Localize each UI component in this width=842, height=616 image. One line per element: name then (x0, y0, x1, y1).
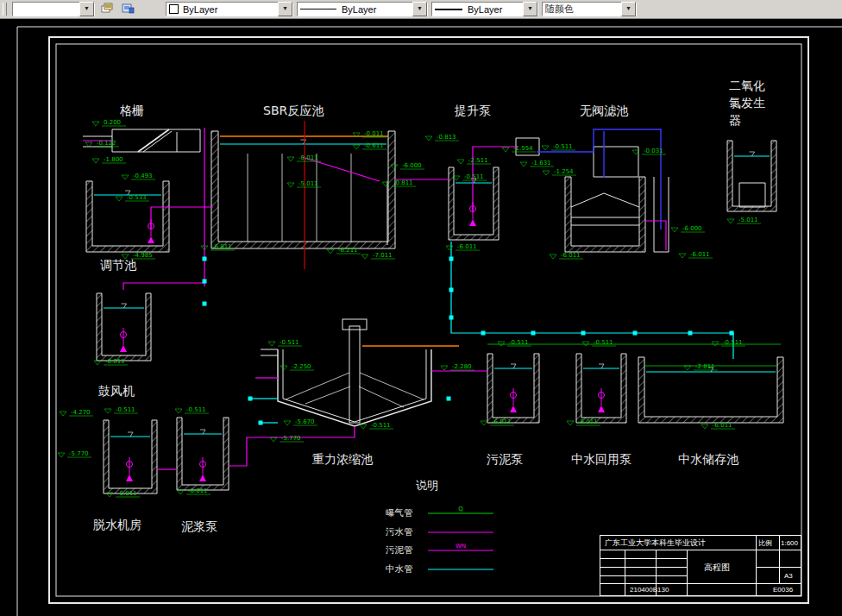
elevation-marker (122, 175, 129, 179)
title-block-drawing-no: E0036 (773, 587, 793, 594)
legend-line-marker: WN (456, 543, 466, 550)
thickener-column (349, 326, 360, 423)
elevation-annotation: -0.511 (594, 339, 613, 346)
linetype-combo[interactable]: ByLayer ▼ (297, 2, 428, 16)
elevation-annotation: -0.511 (371, 422, 391, 429)
process-label: 泥浆泵 (181, 519, 217, 533)
elevation-annotation: -5.770 (281, 435, 301, 442)
elevation-marker (116, 197, 123, 201)
elevation-annotation: -5.670 (295, 418, 315, 425)
process-label: 提升泵 (454, 104, 491, 117)
detail-line (571, 193, 639, 207)
elevation-marker (441, 366, 448, 370)
elevation-marker (684, 366, 691, 370)
elevation-marker (542, 146, 549, 150)
color-combo-value: ByLayer (183, 4, 217, 15)
process-label: 器 (729, 113, 741, 127)
elevation-annotation: -4.270 (71, 409, 91, 416)
dewatering-tank-water-marker (128, 432, 133, 437)
elevation-marker (360, 424, 367, 429)
elevation-marker (268, 342, 275, 346)
pump-symbol (126, 475, 133, 481)
thickener-drive (342, 319, 367, 330)
slurry-pump-tank-water-marker (200, 430, 205, 434)
elevation-annotation: -6.000 (402, 162, 422, 169)
elevation-annotation: -6.011 (578, 418, 598, 425)
elevation-annotation: -1.554 (513, 145, 533, 152)
title-block-scale-label: 比例 (758, 540, 772, 547)
linetype-combo-value: ByLayer (342, 4, 376, 15)
lineweight-combo[interactable]: ByLayer ▼ (431, 2, 538, 16)
elevation-marker (92, 159, 99, 163)
elevation-annotation: -6.011 (117, 490, 137, 497)
chevron-down-icon[interactable]: ▼ (523, 2, 537, 16)
elevation-annotation: -6.011 (457, 243, 477, 250)
elevation-marker (60, 412, 66, 416)
elevation-annotation: -0.511 (280, 339, 299, 346)
elevation-annotation: -2.811 (695, 363, 715, 370)
elevation-annotation: -0.493 (133, 173, 153, 179)
elevation-annotation: -6.011 (690, 251, 710, 258)
elevation-marker (498, 342, 505, 346)
legend-label: 中水管 (386, 563, 413, 574)
elevation-marker (582, 342, 589, 346)
thickener-rim (278, 349, 431, 426)
elevation-annotation: -7.011 (373, 252, 393, 259)
elevation-annotation: -6.011 (492, 418, 512, 425)
process-label: 污泥泵 (487, 452, 523, 466)
pump-symbol (469, 219, 476, 226)
elevation-marker (177, 490, 184, 494)
pipe-node (203, 280, 207, 284)
lineweight-sample (435, 9, 462, 10)
process-label: 氯发生 (729, 96, 765, 110)
layers-button[interactable] (98, 1, 116, 18)
process-label: 鼓风机 (98, 384, 135, 398)
detail-line (739, 183, 765, 207)
process-label: SBR反应池 (263, 104, 324, 117)
elevation-marker (520, 162, 527, 167)
layer-combo[interactable]: ▼ (12, 2, 95, 16)
color-combo[interactable]: ByLayer ▼ (166, 2, 293, 16)
title-block-drawing-name: 高程图 (704, 563, 730, 572)
elevation-marker (94, 361, 101, 365)
legend-line-marker: Q (458, 506, 463, 512)
detail-line (138, 129, 169, 152)
elevation-marker (85, 142, 92, 147)
title-block-student-no: 210400B130 (630, 587, 669, 594)
cad-drawing-canvas[interactable]: 0.200-0.122-1.800-0.493-0.533-4.985-0.01… (0, 0, 842, 616)
plot-style-value: 随颜色 (545, 3, 574, 16)
elevation-marker (543, 171, 550, 175)
elevation-annotation: -0.611 (364, 142, 384, 149)
chevron-down-icon[interactable]: ▼ (621, 2, 636, 16)
elevation-annotation: -6.811 (212, 243, 232, 250)
dewatering-tank (104, 420, 157, 493)
chevron-down-icon[interactable]: ▼ (278, 2, 292, 16)
linetype-sample (300, 9, 336, 9)
elevation-annotation: 0.200 (104, 119, 121, 126)
elevation-marker (712, 342, 719, 346)
thickener-strut (305, 387, 350, 404)
elevation-annotation: -0.011 (298, 154, 318, 161)
layers-icon (101, 3, 114, 16)
color-swatch (169, 4, 179, 14)
layer-properties-button[interactable] (119, 1, 136, 18)
paper-frame-outer (49, 37, 808, 603)
chevron-down-icon[interactable]: ▼ (412, 2, 427, 16)
chevron-down-icon[interactable]: ▼ (79, 2, 94, 16)
pipe-node (449, 288, 454, 292)
elevation-annotation: -2.280 (452, 363, 472, 370)
pipe-node (203, 302, 207, 306)
toolbar-grip[interactable] (3, 3, 7, 16)
elevation-marker (481, 421, 487, 425)
process-label: 格栅 (120, 104, 144, 117)
process-label: 调节池 (100, 258, 137, 272)
title-block-sheet-size: A3 (784, 573, 793, 580)
elevation-annotation: -0.122 (97, 140, 116, 147)
plot-style-combo[interactable]: 随颜色 ▼ (542, 2, 637, 16)
elevation-annotation: -1.800 (104, 156, 123, 163)
pipe-node (581, 331, 586, 336)
thickener-strut (359, 387, 404, 407)
elevation-marker (284, 421, 291, 425)
pump-symbol (120, 345, 127, 352)
layer-properties-icon (122, 3, 135, 16)
